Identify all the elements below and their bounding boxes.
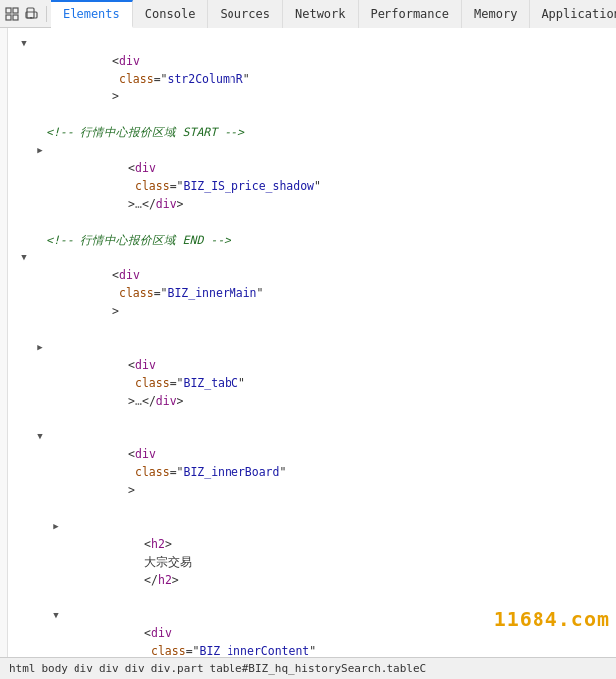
- toolbar: Elements Console Sources Network Perform…: [0, 0, 616, 28]
- toolbar-icons: [4, 6, 47, 22]
- tab-network[interactable]: Network: [283, 0, 359, 28]
- breadcrumb-item-table[interactable]: table#BIZ_hq_historySearch.tableC: [207, 662, 430, 675]
- dom-panel[interactable]: <div class="str2ColumnR" > <!-- 行情中心报价区域…: [8, 28, 616, 657]
- triangle-icon[interactable]: [34, 427, 46, 445]
- breadcrumb-item-body[interactable]: body: [39, 662, 72, 675]
- breadcrumb-item-div3[interactable]: div: [122, 662, 148, 675]
- breadcrumb-item-div2[interactable]: div: [96, 662, 122, 675]
- svg-rect-2: [6, 15, 11, 20]
- triangle-icon[interactable]: [34, 141, 46, 159]
- devtools-window: Elements Console Sources Network Perform…: [0, 0, 616, 679]
- tree-line[interactable]: <div class="BIZ_innerMain" >: [12, 249, 612, 338]
- svg-rect-1: [13, 8, 18, 13]
- tab-console[interactable]: Console: [133, 0, 209, 28]
- tree-line[interactable]: <div class="str2ColumnR" >: [12, 34, 612, 123]
- dom-content: <div class="str2ColumnR" > <!-- 行情中心报价区域…: [8, 32, 616, 657]
- tab-sources[interactable]: Sources: [208, 0, 283, 28]
- tree-line[interactable]: <div class="BIZ_innerBoard" >: [12, 427, 612, 517]
- breadcrumb-item-html[interactable]: html: [6, 662, 39, 675]
- tabs-bar: Elements Console Sources Network Perform…: [51, 0, 616, 28]
- triangle-icon[interactable]: [50, 517, 62, 535]
- main-area: <div class="str2ColumnR" > <!-- 行情中心报价区域…: [0, 28, 616, 657]
- tab-performance[interactable]: Performance: [359, 0, 462, 28]
- triangle-icon[interactable]: [34, 338, 46, 356]
- triangle-icon[interactable]: [18, 34, 30, 52]
- svg-rect-0: [6, 8, 11, 13]
- triangle-icon[interactable]: [50, 606, 62, 624]
- svg-rect-4: [27, 8, 34, 18]
- svg-rect-3: [13, 15, 18, 20]
- breadcrumb: html body div div div div.part table#BIZ…: [0, 657, 616, 679]
- tree-line[interactable]: <!-- 行情中心报价区域 END -->: [12, 231, 612, 249]
- tree-line[interactable]: <!-- 行情中心报价区域 START -->: [12, 123, 612, 141]
- tab-application[interactable]: Application: [530, 0, 616, 28]
- tree-line[interactable]: <div class="BIZ_IS_price_shadow" >…</div…: [12, 141, 612, 231]
- tree-line[interactable]: <div class="BIZ_innerContent" >: [12, 606, 612, 657]
- triangle-icon[interactable]: [18, 249, 30, 266]
- device-icon[interactable]: [24, 6, 40, 22]
- tree-line[interactable]: <h2> 大宗交易 </h2>: [12, 517, 612, 606]
- breadcrumb-item-div-part[interactable]: div.part: [148, 662, 207, 675]
- inspect-icon[interactable]: [4, 6, 20, 22]
- breadcrumb-item-div1[interactable]: div: [71, 662, 96, 675]
- tab-elements[interactable]: Elements: [51, 0, 133, 28]
- tree-line[interactable]: <div class="BIZ_tabC" >…</div>: [12, 338, 612, 427]
- gutter: [0, 28, 8, 657]
- tab-memory[interactable]: Memory: [462, 0, 530, 28]
